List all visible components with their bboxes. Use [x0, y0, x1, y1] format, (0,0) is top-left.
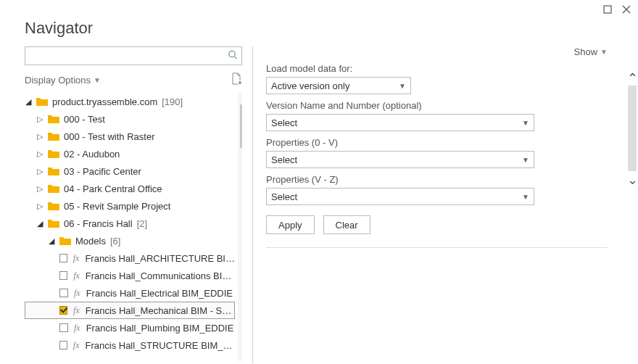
tree-model-item[interactable]: fx Francis Hall_Electrical BIM_EDDIE — [25, 284, 235, 302]
tree-item[interactable]: ▷ 000 - Test with Raster — [25, 128, 235, 145]
fx-icon: fx — [73, 305, 80, 316]
chevron-down-icon: ▼ — [522, 156, 529, 164]
tree-item[interactable]: ▷ 05 - Revit Sample Project — [25, 197, 235, 215]
svg-rect-0 — [604, 6, 611, 13]
chevron-down-icon: ▼ — [600, 48, 608, 56]
version-select[interactable]: Select ▼ — [266, 114, 534, 131]
fx-icon: fx — [73, 270, 80, 281]
expand-icon[interactable]: ▷ — [36, 149, 44, 159]
load-model-select[interactable]: Active version only ▼ — [266, 77, 411, 94]
folder-icon — [48, 149, 59, 158]
scroll-thumb[interactable] — [628, 86, 637, 171]
folder-icon — [48, 202, 59, 210]
tree-scrollbar[interactable]: ⌃ — [238, 93, 242, 361]
separator — [266, 247, 608, 248]
maximize-icon[interactable] — [603, 4, 612, 16]
props2-label: Properties (V - Z) — [266, 174, 608, 185]
display-options-label: Display Options — [25, 75, 91, 86]
scroll-up-icon[interactable]: ⌃ — [238, 93, 242, 104]
close-icon[interactable] — [622, 4, 631, 16]
tree-root-count: [190] — [162, 96, 183, 107]
tree-root-label: product.tryassemble.com — [52, 96, 157, 107]
folder-icon — [59, 236, 71, 245]
chevron-down-icon: ▼ — [522, 193, 529, 201]
tree-root[interactable]: ◢ product.tryassemble.com [190] — [25, 93, 235, 110]
expand-icon[interactable]: ▷ — [36, 167, 44, 176]
props1-label: Properties (0 - V) — [266, 137, 608, 148]
expand-icon[interactable]: ▷ — [36, 202, 44, 211]
props1-select[interactable]: Select ▼ — [266, 151, 534, 168]
expand-icon[interactable]: ▷ — [36, 115, 44, 124]
tree-item[interactable]: ▷ 000 - Test — [25, 110, 235, 128]
display-options-button[interactable]: Display Options ▼ — [25, 75, 101, 86]
right-scrollbar[interactable]: ⌃ ⌄ — [626, 71, 638, 187]
checkbox[interactable] — [59, 254, 67, 262]
folder-icon — [48, 167, 59, 175]
folder-icon — [36, 97, 48, 106]
checkbox[interactable] — [59, 323, 68, 332]
page-title: Navigator — [0, 0, 638, 46]
tree-models-folder[interactable]: ◢ Models [6] — [25, 232, 235, 249]
navigator-tree: ◢ product.tryassemble.com [190] ▷ 000 - … — [25, 93, 242, 361]
checkbox[interactable] — [59, 341, 67, 349]
fx-icon: fx — [74, 323, 80, 334]
show-label: Show — [574, 46, 598, 57]
new-query-icon[interactable] — [231, 73, 242, 87]
show-button[interactable]: Show ▼ — [574, 46, 608, 57]
collapse-icon[interactable]: ◢ — [25, 97, 32, 107]
chevron-down-icon: ▼ — [94, 76, 101, 84]
fx-icon: fx — [73, 253, 80, 264]
tree-model-item[interactable]: fx Francis Hall_STRUCTURE BIM_ EDDIE — [25, 336, 235, 354]
search-input[interactable] — [25, 46, 242, 65]
expand-icon[interactable]: ▷ — [36, 132, 44, 141]
tree-item-open[interactable]: ◢ 06 - Francis Hall [2] — [25, 215, 235, 232]
fx-icon: fx — [74, 288, 80, 299]
chevron-down-icon: ▼ — [522, 119, 529, 127]
checkbox-checked[interactable] — [59, 306, 67, 315]
tree-model-item[interactable]: fx Francis Hall_ARCHITECTURE BIM_20... — [25, 249, 235, 267]
folder-icon — [48, 115, 59, 123]
apply-button[interactable]: Apply — [266, 215, 315, 234]
clear-button[interactable]: Clear — [323, 215, 370, 234]
folder-icon — [48, 219, 59, 228]
load-model-value: Active version only — [271, 80, 349, 91]
folder-icon — [48, 184, 59, 193]
version-label: Version Name and Number (optional) — [266, 100, 608, 111]
tree-item[interactable]: ▷ 03 - Pacific Center — [25, 162, 235, 180]
scroll-thumb[interactable] — [240, 104, 242, 148]
scroll-up-icon[interactable]: ⌃ — [626, 71, 638, 86]
checkbox[interactable] — [59, 271, 67, 280]
tree-model-item[interactable]: fx Francis Hall_Plumbing BIM_EDDIE — [25, 319, 235, 336]
fx-icon: fx — [73, 340, 80, 351]
checkbox[interactable] — [59, 289, 68, 297]
tree-item[interactable]: ▷ 02 - Audubon — [25, 145, 235, 162]
collapse-icon[interactable]: ◢ — [48, 236, 55, 246]
scroll-down-icon[interactable]: ⌄ — [626, 173, 638, 187]
tree-model-item-selected[interactable]: fx Francis Hall_Mechanical BIM - SCHE... — [25, 302, 235, 319]
version-value: Select — [271, 117, 297, 128]
props1-value: Select — [271, 154, 297, 165]
load-model-label: Load model data for: — [266, 63, 608, 74]
tree-item[interactable]: ▷ 04 - Park Central Office — [25, 180, 235, 197]
collapse-icon[interactable]: ◢ — [36, 219, 44, 228]
expand-icon[interactable]: ▷ — [36, 184, 44, 194]
props2-select[interactable]: Select ▼ — [266, 188, 534, 205]
pane-divider — [252, 46, 253, 363]
tree-model-item[interactable]: fx Francis Hall_Communications BIM_E... — [25, 267, 235, 284]
chevron-down-icon: ▼ — [399, 82, 406, 90]
props2-value: Select — [271, 191, 297, 202]
folder-icon — [48, 132, 59, 141]
